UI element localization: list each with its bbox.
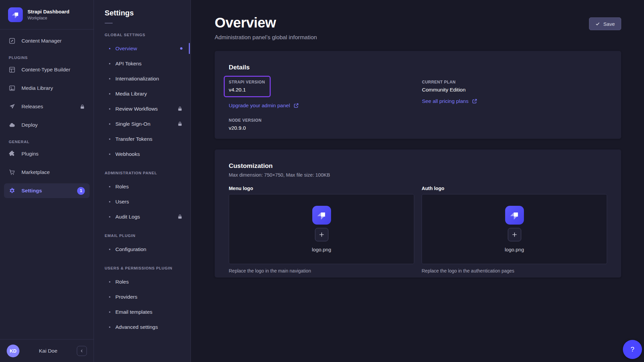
page-header: Overview Administration panel’s global i… [215, 15, 621, 41]
nav-item-label: Content-Type Builder [21, 67, 79, 73]
external-link-icon [472, 99, 477, 104]
sidebar-item-plugins[interactable]: Plugins [4, 146, 90, 161]
lock-icon [177, 121, 182, 126]
bullet-icon [109, 249, 110, 250]
bullet-icon [109, 138, 110, 140]
subnav-item-transfer-tokens[interactable]: Transfer Tokens [94, 131, 191, 146]
external-link-icon [293, 103, 299, 108]
settings-subnav: Settings GLOBAL SETTINGS Overview API To… [94, 0, 191, 362]
grid-icon [9, 66, 15, 73]
strapi-logo-icon [312, 206, 331, 225]
upgrade-admin-panel-link[interactable]: Upgrade your admin panel [229, 103, 299, 109]
subnav-item-label: Review Workflows [115, 106, 158, 112]
bullet-icon [109, 48, 110, 49]
menu-logo-filename: logo.png [312, 247, 331, 252]
auth-logo-dropzone[interactable]: logo.png [422, 194, 607, 264]
bullet-icon [109, 281, 110, 283]
save-button[interactable]: Save [589, 17, 621, 30]
customization-title: Customization [229, 162, 607, 170]
subnav-item-single-sign-on[interactable]: Single Sign-On [94, 116, 191, 131]
bullet-icon [109, 326, 110, 328]
sidebar-footer: KD Kai Doe [0, 339, 94, 362]
subnav-item-advanced-settings[interactable]: Advanced settings [94, 319, 191, 335]
subnav-item-media-library[interactable]: Media Library [94, 86, 191, 101]
subnav-item-api-tokens[interactable]: API Tokens [94, 56, 191, 71]
subnav-item-label: Roles [115, 184, 129, 190]
notification-dot [180, 47, 182, 50]
cloud-icon [9, 122, 15, 128]
auth-logo-caption: Replace the logo in the authentication p… [422, 268, 607, 274]
collapse-sidebar-button[interactable] [77, 346, 87, 356]
customization-card: Customization Max dimension: 750×750, Ma… [215, 149, 621, 278]
sidebar-item-content-type-builder[interactable]: Content-Type Builder [4, 62, 90, 77]
gear-icon [9, 187, 15, 194]
nav-section-label-general: GENERAL [4, 140, 90, 144]
main-nav-sections: Content Manager PLUGINS Content-Type Bui… [0, 29, 94, 339]
subnav-item-label: Internationalization [115, 76, 159, 82]
plus-icon [512, 232, 518, 238]
subnav-item-label: Audit Logs [115, 214, 140, 220]
subnav-sections: GLOBAL SETTINGS Overview API Tokens Inte… [94, 33, 191, 335]
subnav-section-label-users-permissions-plugin: USERS & PERMISSIONS PLUGIN [94, 266, 191, 270]
sidebar-item-content-manager[interactable]: Content Manager [4, 34, 90, 48]
subnav-divider [105, 23, 113, 23]
subnav-item-users[interactable]: Users [94, 194, 191, 209]
subnav-item-label: Roles [115, 279, 129, 285]
subnav-item-audit-logs[interactable]: Audit Logs [94, 209, 191, 224]
sidebar-item-settings[interactable]: Settings 1 [4, 183, 90, 198]
strapi-logo-icon [505, 206, 524, 225]
pen-icon [9, 38, 15, 44]
nav-item-label: Settings [21, 188, 71, 194]
nav-item-label: Plugins [21, 151, 79, 157]
workspace-brand[interactable]: Strapi Dashboard Workplace [0, 0, 94, 29]
add-logo-button[interactable] [508, 228, 521, 241]
subnav-item-email-templates[interactable]: Email templates [94, 304, 191, 319]
main-content: Overview Administration panel’s global i… [191, 0, 644, 362]
bullet-icon [109, 186, 110, 187]
details-card-title: Details [229, 64, 607, 71]
puzzle-icon [9, 150, 15, 157]
lock-icon [177, 214, 182, 219]
help-button[interactable]: ? [623, 340, 642, 359]
pricing-plans-link[interactable]: See all pricing plans [422, 98, 477, 104]
question-mark-icon: ? [631, 346, 634, 353]
nav-item-label: Releases [21, 104, 74, 110]
lock-icon [177, 106, 182, 111]
subnav-item-review-workflows[interactable]: Review Workflows [94, 101, 191, 116]
nav-item-label: Content Manager [21, 38, 79, 44]
bullet-icon [109, 108, 110, 110]
subnav-item-roles[interactable]: Roles [94, 179, 191, 194]
add-logo-button[interactable] [315, 228, 328, 241]
node-version-label: NODE VERSION [229, 118, 422, 123]
subnav-item-webhooks[interactable]: Webhooks [94, 146, 191, 162]
strapi-version-highlight: STRAPI VERSION v4.20.1 [224, 76, 271, 97]
plus-icon [319, 232, 325, 238]
subnav-section-label-administration-panel: ADMINISTRATION PANEL [94, 171, 191, 175]
page-subtitle: Administration panel’s global informatio… [215, 34, 317, 41]
node-version-value: v20.9.0 [229, 125, 422, 131]
subnav-item-label: Email templates [115, 309, 152, 315]
subnav-item-providers[interactable]: Providers [94, 289, 191, 304]
subnav-item-configuration[interactable]: Configuration [94, 242, 191, 257]
sidebar-item-marketplace[interactable]: Marketplace [4, 165, 90, 180]
subnav-item-label: Webhooks [115, 151, 140, 157]
menu-logo-dropzone[interactable]: logo.png [229, 194, 414, 264]
strapi-version-value: v4.20.1 [229, 87, 265, 93]
notifications-badge: 1 [77, 187, 85, 195]
sidebar-item-deploy[interactable]: Deploy [4, 118, 90, 132]
sidebar-item-media-library[interactable]: Media Library [4, 81, 90, 96]
subnav-item-label: Advanced settings [115, 324, 158, 330]
strapi-version-label: STRAPI VERSION [229, 80, 265, 84]
nav-item-label: Media Library [21, 85, 79, 91]
workspace-subtitle: Workplace [28, 16, 69, 20]
sidebar-item-releases[interactable]: Releases [4, 99, 90, 114]
subnav-item-overview[interactable]: Overview [94, 41, 191, 56]
details-left-column: STRAPI VERSION v4.20.1 Upgrade your admi… [229, 80, 422, 131]
image-icon [9, 85, 15, 92]
subnav-item-internationalization[interactable]: Internationalization [94, 71, 191, 86]
customization-subtitle: Max dimension: 750×750, Max file size: 1… [229, 172, 607, 178]
subnav-item-roles[interactable]: Roles [94, 274, 191, 289]
cart-icon [9, 169, 15, 176]
subnav-item-label: Providers [115, 294, 137, 300]
subnav-section-label-email-plugin: EMAIL PLUGIN [94, 234, 191, 238]
